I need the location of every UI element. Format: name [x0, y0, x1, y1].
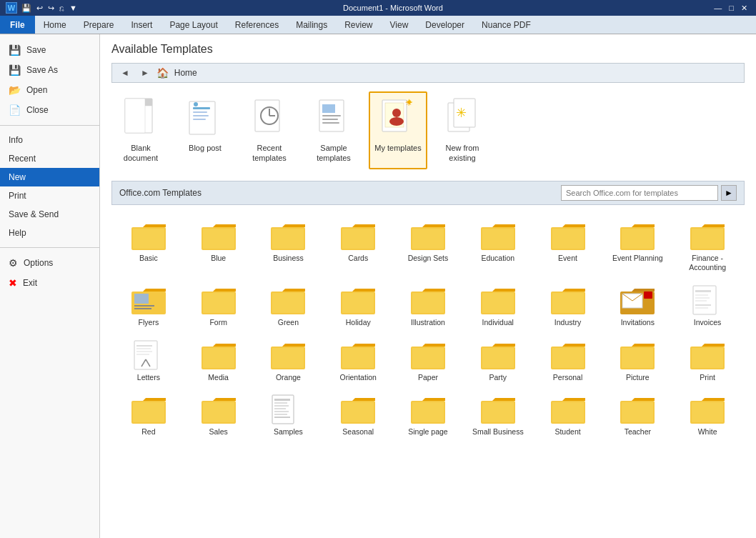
close-btn[interactable]: ✕ [738, 4, 750, 13]
folder-flyers[interactable]: Flyers [114, 279, 183, 332]
search-input[interactable] [561, 185, 718, 201]
folder-event[interactable]: Event [534, 215, 602, 277]
folder-orientation-label: Orientation [340, 373, 377, 383]
folder-basic[interactable]: Basic [114, 215, 183, 277]
template-blog[interactable]: Blog post [176, 91, 234, 169]
folder-single-page[interactable]: Single page [394, 389, 462, 441]
template-blank[interactable]: Blank document [111, 91, 170, 169]
sample-templates-label: Sample templates [310, 143, 357, 164]
nav-back-button[interactable]: ◄ [116, 66, 134, 80]
folder-holiday[interactable]: Holiday [324, 279, 392, 332]
folder-form[interactable]: Form [184, 279, 253, 332]
sidebar-item-new[interactable]: New [0, 168, 99, 186]
menu-view[interactable]: View [382, 16, 417, 34]
template-my-templates[interactable]: ✦ ✳ My templates [369, 91, 427, 169]
sidebar-item-save-send[interactable]: Save & Send [0, 205, 99, 224]
qa-undo[interactable]: ↩ [35, 3, 44, 14]
qa-customize[interactable]: ▼ [68, 3, 79, 13]
folder-samples[interactable]: Samples [254, 389, 323, 441]
svg-rect-82 [203, 348, 234, 368]
svg-rect-90 [482, 348, 514, 368]
sidebar-item-options[interactable]: ⚙ Options [0, 253, 99, 273]
menu-insert[interactable]: Insert [122, 16, 161, 34]
svg-point-21 [392, 109, 401, 117]
template-recent[interactable]: Recent templates [240, 91, 299, 169]
folder-industry[interactable]: Industry [534, 279, 602, 332]
nav-home-label[interactable]: Home [174, 68, 197, 78]
folder-event-planning-label: Event Planning [612, 254, 663, 264]
folder-green[interactable]: Green [254, 279, 323, 332]
folder-media-label: Media [208, 373, 229, 383]
menu-references[interactable]: References [227, 16, 287, 34]
folder-small-business[interactable]: Small Business [464, 389, 532, 441]
folder-teacher[interactable]: Teacher [603, 389, 672, 441]
menu-prepare[interactable]: Prepare [75, 16, 123, 34]
folder-invoices[interactable]: Invoices [673, 279, 742, 332]
folder-print[interactable]: Print [673, 334, 742, 387]
search-button[interactable]: ► [721, 185, 737, 201]
svg-rect-86 [342, 348, 374, 368]
folder-red[interactable]: Red [114, 389, 183, 441]
folder-paper[interactable]: Paper [394, 334, 462, 387]
file-menu[interactable]: File [0, 16, 35, 34]
qa-undo2[interactable]: ⎌ [58, 3, 66, 13]
folder-cards[interactable]: Cards [324, 215, 392, 277]
menu-home[interactable]: Home [35, 16, 75, 34]
qa-save[interactable]: 💾 [20, 3, 33, 14]
sidebar-item-help[interactable]: Help [0, 224, 99, 242]
folder-design-sets[interactable]: Design Sets [394, 215, 462, 277]
folder-illustration[interactable]: Illustration [394, 279, 462, 332]
folder-education[interactable]: Education [464, 215, 532, 277]
sidebar-item-print[interactable]: Print [0, 186, 99, 205]
menu-nuance[interactable]: Nuance PDF [473, 16, 539, 34]
sidebar-save-as-label: Save As [26, 65, 58, 75]
folder-white[interactable]: White [673, 389, 742, 441]
qa-redo[interactable]: ↪ [46, 3, 56, 14]
folder-paper-label: Paper [418, 373, 438, 383]
folder-student-icon [549, 394, 587, 425]
folder-orange[interactable]: Orange [254, 334, 323, 387]
folder-picture[interactable]: Picture [603, 334, 672, 387]
folder-green-label: Green [278, 318, 299, 328]
menu-page-layout[interactable]: Page Layout [161, 16, 226, 34]
menu-review[interactable]: Review [336, 16, 381, 34]
svg-rect-29 [133, 229, 164, 249]
svg-rect-108 [274, 417, 290, 418]
sidebar-item-open[interactable]: 📂 Open [0, 80, 99, 100]
folder-blue[interactable]: Blue [184, 215, 253, 277]
folder-media[interactable]: Media [184, 334, 253, 387]
template-sample[interactable]: Sample templates [304, 91, 363, 169]
nav-forward-button[interactable]: ► [136, 66, 154, 80]
blank-document-label: Blank document [117, 143, 164, 164]
folder-business[interactable]: Business [254, 215, 323, 277]
menu-developer[interactable]: Developer [417, 16, 473, 34]
sidebar-item-info[interactable]: Info [0, 131, 99, 149]
maximize-btn[interactable]: □ [726, 4, 737, 13]
folder-seasonal[interactable]: Seasonal [324, 389, 392, 441]
folder-invitations[interactable]: Invitations [603, 279, 672, 332]
titlebar-title: Document1 - Microsoft Word [343, 4, 443, 12]
folder-form-icon [200, 284, 237, 316]
folder-sales[interactable]: Sales [184, 389, 253, 441]
folder-letters-icon [130, 339, 167, 371]
folder-letters[interactable]: Letters [114, 334, 183, 387]
sidebar-item-save[interactable]: 💾 Save [0, 40, 99, 60]
sidebar-item-exit[interactable]: ✖ Exit [0, 273, 99, 293]
folder-individual[interactable]: Individual [464, 279, 532, 332]
sidebar-item-recent[interactable]: Recent [0, 149, 99, 168]
sidebar-item-save-as[interactable]: 💾 Save As [0, 60, 99, 80]
folder-event-planning[interactable]: Event Planning [603, 215, 672, 277]
close-doc-icon: 📄 [9, 104, 21, 116]
sidebar-item-close[interactable]: 📄 Close [0, 100, 99, 120]
folder-student[interactable]: Student [534, 389, 602, 441]
folder-personal[interactable]: Personal [534, 334, 602, 387]
minimize-btn[interactable]: — [711, 4, 725, 13]
folder-finance-accounting[interactable]: Finance - Accounting [673, 215, 742, 277]
menu-mailings[interactable]: Mailings [287, 16, 336, 34]
svg-rect-43 [622, 229, 653, 249]
folder-orientation[interactable]: Orientation [324, 334, 392, 387]
folder-party[interactable]: Party [464, 334, 532, 387]
folder-blue-icon [200, 220, 237, 251]
svg-rect-48 [134, 305, 154, 307]
template-new-from-existing[interactable]: ✳ New from existing [433, 91, 492, 169]
